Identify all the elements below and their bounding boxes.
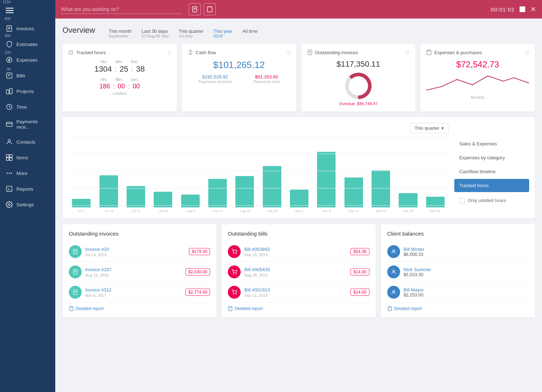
sidebar-item-time[interactable]: Time bbox=[0, 99, 55, 115]
timer-quick-add-button[interactable] bbox=[204, 3, 216, 15]
outstanding-bills-detail-link[interactable]: Detailed report bbox=[228, 306, 369, 311]
outstanding-amount: $117,350.11 bbox=[307, 60, 410, 69]
bar-col[interactable] bbox=[259, 136, 285, 207]
overdue-label: Overdue: $96,749.97 bbox=[307, 102, 410, 106]
bill-item-name[interactable]: Bill #005439 bbox=[244, 267, 347, 272]
filter-this-month[interactable]: This month September bbox=[109, 29, 132, 38]
expenses-sparkline bbox=[426, 72, 529, 94]
filter-this-year[interactable]: This year 2019 bbox=[213, 29, 232, 38]
invoice-item-date: Jul 14, 2016 bbox=[85, 253, 185, 257]
bar-col[interactable] bbox=[231, 136, 258, 207]
bill-item-name[interactable]: Bill #003892 bbox=[244, 247, 347, 252]
chevron-down-icon: ▾ bbox=[441, 125, 444, 131]
card-header-outstanding: Outstanding invoices ◇ bbox=[307, 50, 410, 55]
bar-col[interactable] bbox=[68, 136, 94, 207]
client-item-name[interactable]: Nick Summer bbox=[404, 267, 528, 272]
bar-col[interactable] bbox=[150, 136, 176, 207]
cashflow-sent: $81,263.80 Payments sent bbox=[254, 74, 280, 84]
sidebar-item-settings[interactable]: Settings bbox=[0, 197, 55, 212]
svg-rect-12 bbox=[10, 89, 12, 94]
chart-option-sales-expenses[interactable]: Sales & Expenses bbox=[454, 137, 529, 150]
sidebar-label-projects: Projects bbox=[16, 89, 34, 94]
sidebar-item-projects[interactable]: Projects bbox=[0, 83, 55, 99]
sidebar-label-items: Items bbox=[16, 155, 28, 160]
invoice-item-name[interactable]: Invoice #287 bbox=[85, 267, 182, 272]
pin-cashflow-icon[interactable]: ◇ bbox=[287, 50, 291, 55]
expenses-card: Expenses & purchases ◇ $72,542.73 Monthl… bbox=[420, 44, 535, 112]
bar-col[interactable] bbox=[313, 136, 339, 207]
bar-col[interactable] bbox=[395, 136, 421, 207]
invoice-item-icon bbox=[69, 265, 82, 278]
bar-col[interactable] bbox=[368, 136, 394, 207]
topbar-icons bbox=[189, 3, 216, 15]
client-item-name[interactable]: Bill Winter bbox=[404, 247, 528, 252]
bar-col[interactable] bbox=[341, 136, 367, 207]
bill-item-amount: $14.00 bbox=[351, 289, 369, 296]
bill-item-name[interactable]: Bill #001913 bbox=[244, 287, 347, 293]
bar-col[interactable] bbox=[422, 136, 449, 207]
bar-col[interactable] bbox=[123, 136, 149, 207]
sidebar-item-payments[interactable]: Payments rece... bbox=[0, 115, 55, 134]
outstanding-label: Outstanding invoices bbox=[315, 50, 358, 55]
chart-period-dropdown[interactable]: This quarter ▾ bbox=[410, 123, 449, 133]
x-labels: Jul 7Jul 14Jul 21Jul 28Aug 4Aug 11Aug 18… bbox=[68, 209, 449, 213]
chart-section: This quarter ▾ 111h83h55h27h0h bbox=[62, 117, 535, 218]
bar-chart-bars bbox=[68, 136, 449, 207]
unbilled-hours-label: Only unbilled hours bbox=[468, 198, 506, 203]
bar-col[interactable] bbox=[286, 136, 312, 207]
outstanding-bills-list: Bill #003892 Sep 16, 2014 $54.38 Bill #0… bbox=[228, 242, 369, 303]
close-timer-button[interactable]: ✕ bbox=[530, 5, 536, 14]
sidebar-item-contacts[interactable]: Contacts bbox=[0, 134, 55, 150]
bill-item-amount: $14.00 bbox=[351, 268, 369, 275]
invoice-item-name[interactable]: Invoice #20 bbox=[85, 247, 185, 252]
pin-outstanding-icon[interactable]: ◇ bbox=[406, 50, 410, 55]
topbar: 00:01:02 ✕ bbox=[55, 0, 542, 19]
invoice-quick-add-button[interactable] bbox=[189, 3, 201, 15]
filter-this-quarter[interactable]: This quarter Jul-Sep bbox=[179, 29, 203, 38]
stop-timer-button[interactable] bbox=[520, 6, 525, 12]
client-balances-detail-link[interactable]: Detailed report bbox=[387, 306, 528, 311]
x-label: Jul 14 bbox=[95, 209, 122, 213]
x-label: Jul 21 bbox=[122, 209, 149, 213]
bill-list-item: Bill #005439 Aug 28, 2015 $14.00 bbox=[228, 262, 369, 282]
svg-rect-55 bbox=[229, 306, 232, 311]
chart-option-cashflow[interactable]: Cashflow timeline bbox=[454, 165, 529, 178]
bill-item-date: Sep 16, 2014 bbox=[244, 253, 347, 257]
filter-last-30-days[interactable]: Last 30 days 07 Aug-05 Sep bbox=[142, 29, 169, 38]
bar-col[interactable] bbox=[95, 136, 122, 207]
chart-option-expenses-category[interactable]: Expenses by category bbox=[454, 151, 529, 164]
sidebar-item-more[interactable]: More bbox=[0, 165, 55, 181]
chart-option-tracked-hours[interactable]: Tracked hours bbox=[454, 179, 529, 192]
svg-rect-8 bbox=[7, 73, 12, 78]
client-item-name[interactable]: Bill Mayor bbox=[404, 287, 528, 293]
card-header-cashflow: Cash flow ◇ bbox=[188, 50, 291, 55]
sidebar-item-items[interactable]: Items bbox=[0, 150, 55, 165]
main-content: 00:01:02 ✕ Overview This month September… bbox=[55, 0, 542, 392]
outstanding-bills-list-title: Outstanding bills bbox=[228, 231, 369, 237]
clock-icon bbox=[68, 50, 74, 55]
sidebar-navigation: Invoices Estimates Expenses Bills Projec… bbox=[0, 21, 55, 392]
bar-col[interactable] bbox=[177, 136, 203, 207]
svg-rect-24 bbox=[7, 186, 12, 192]
svg-point-53 bbox=[234, 294, 234, 294]
svg-point-23 bbox=[11, 172, 12, 174]
outstanding-bills-detail-label: Detailed report bbox=[235, 306, 263, 311]
invoice-item-name[interactable]: Invoice #312 bbox=[85, 287, 182, 293]
invoice-item-info: Invoice #312 Mar 6, 2017 bbox=[85, 287, 182, 298]
bar-col[interactable] bbox=[204, 136, 231, 207]
search-input[interactable] bbox=[61, 5, 182, 14]
x-label: Sep 8 bbox=[313, 209, 340, 213]
bars-container: Jul 7Jul 14Jul 21Jul 28Aug 4Aug 11Aug 18… bbox=[68, 136, 449, 213]
content-area: Overview This month September Last 30 da… bbox=[55, 19, 542, 392]
x-label: Sep 29 bbox=[394, 209, 421, 213]
svg-point-59 bbox=[393, 290, 394, 292]
sidebar-item-reports[interactable]: Reports bbox=[0, 181, 55, 197]
filter-all-time[interactable]: All time bbox=[242, 29, 258, 38]
svg-point-57 bbox=[393, 250, 394, 252]
outstanding-invoices-detail-link[interactable]: Detailed report bbox=[69, 306, 210, 311]
unbilled-hours-checkbox[interactable] bbox=[459, 198, 465, 203]
bar bbox=[181, 195, 200, 207]
pin-expenses-icon[interactable]: ◇ bbox=[525, 50, 529, 55]
client-balances-list: Bill Winter $6,000.33 Nick Summer $5,033… bbox=[387, 242, 528, 303]
pin-tracked-icon[interactable]: ◇ bbox=[167, 50, 171, 55]
